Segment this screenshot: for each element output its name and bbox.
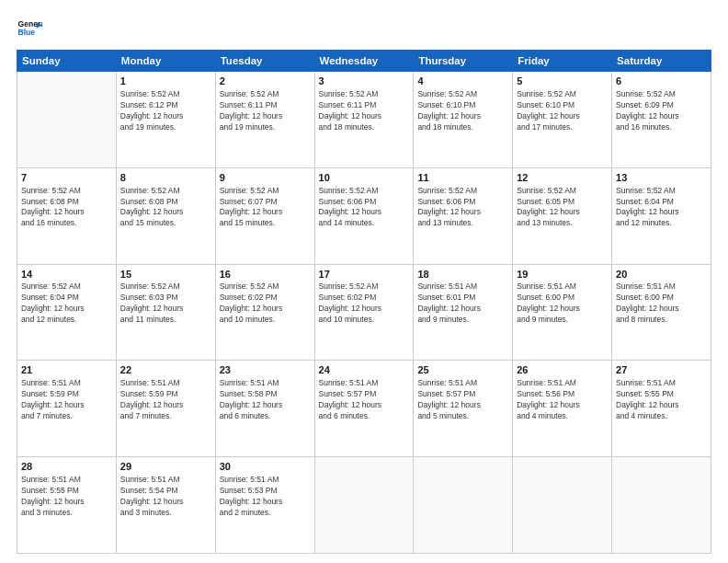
day-info: Sunrise: 5:52 AM Sunset: 6:07 PM Dayligh… (220, 186, 311, 230)
calendar-header-row: SundayMondayTuesdayWednesdayThursdayFrid… (17, 51, 711, 72)
day-info: Sunrise: 5:51 AM Sunset: 5:58 PM Dayligh… (220, 378, 311, 422)
day-number: 14 (21, 268, 112, 282)
day-info: Sunrise: 5:51 AM Sunset: 6:01 PM Dayligh… (417, 282, 508, 326)
day-number: 3 (319, 75, 410, 88)
week-row-5: 28Sunrise: 5:51 AM Sunset: 5:55 PM Dayli… (17, 457, 711, 554)
day-info: Sunrise: 5:52 AM Sunset: 6:08 PM Dayligh… (120, 186, 211, 230)
day-info: Sunrise: 5:52 AM Sunset: 6:08 PM Dayligh… (21, 186, 112, 230)
day-number: 13 (616, 171, 707, 185)
calendar-cell: 11Sunrise: 5:52 AM Sunset: 6:06 PM Dayli… (414, 167, 513, 264)
week-row-4: 21Sunrise: 5:51 AM Sunset: 5:59 PM Dayli… (17, 361, 711, 457)
calendar-cell: 2Sunrise: 5:52 AM Sunset: 6:11 PM Daylig… (215, 72, 314, 168)
calendar-cell: 17Sunrise: 5:52 AM Sunset: 6:02 PM Dayli… (314, 264, 414, 361)
day-info: Sunrise: 5:51 AM Sunset: 5:59 PM Dayligh… (21, 378, 112, 422)
day-info: Sunrise: 5:52 AM Sunset: 6:11 PM Dayligh… (220, 89, 311, 133)
day-number: 11 (417, 171, 508, 185)
calendar-cell (513, 457, 612, 554)
calendar-cell: 22Sunrise: 5:51 AM Sunset: 5:59 PM Dayli… (116, 361, 215, 457)
calendar-cell: 24Sunrise: 5:51 AM Sunset: 5:57 PM Dayli… (314, 361, 414, 457)
day-number: 10 (319, 171, 410, 185)
calendar-cell: 14Sunrise: 5:52 AM Sunset: 6:04 PM Dayli… (17, 264, 117, 361)
day-info: Sunrise: 5:52 AM Sunset: 6:02 PM Dayligh… (319, 282, 410, 326)
calendar-cell: 21Sunrise: 5:51 AM Sunset: 5:59 PM Dayli… (17, 361, 117, 457)
day-number: 24 (319, 363, 410, 377)
day-info: Sunrise: 5:51 AM Sunset: 5:57 PM Dayligh… (319, 378, 410, 422)
week-row-3: 14Sunrise: 5:52 AM Sunset: 6:04 PM Dayli… (17, 264, 711, 361)
calendar-cell: 3Sunrise: 5:52 AM Sunset: 6:11 PM Daylig… (314, 72, 414, 168)
calendar-cell: 10Sunrise: 5:52 AM Sunset: 6:06 PM Dayli… (314, 167, 414, 264)
calendar-cell: 27Sunrise: 5:51 AM Sunset: 5:55 PM Dayli… (612, 361, 711, 457)
calendar-cell: 23Sunrise: 5:51 AM Sunset: 5:58 PM Dayli… (215, 361, 314, 457)
calendar-cell: 19Sunrise: 5:51 AM Sunset: 6:00 PM Dayli… (513, 264, 612, 361)
calendar-header-monday: Monday (116, 51, 215, 72)
calendar-cell: 18Sunrise: 5:51 AM Sunset: 6:01 PM Dayli… (414, 264, 513, 361)
calendar-header-friday: Friday (513, 51, 612, 72)
calendar-cell: 15Sunrise: 5:52 AM Sunset: 6:03 PM Dayli… (116, 264, 215, 361)
day-info: Sunrise: 5:52 AM Sunset: 6:12 PM Dayligh… (120, 89, 211, 133)
day-info: Sunrise: 5:52 AM Sunset: 6:10 PM Dayligh… (517, 89, 608, 133)
day-info: Sunrise: 5:51 AM Sunset: 6:00 PM Dayligh… (517, 282, 608, 326)
day-info: Sunrise: 5:51 AM Sunset: 5:55 PM Dayligh… (616, 378, 707, 422)
calendar-cell: 20Sunrise: 5:51 AM Sunset: 6:00 PM Dayli… (612, 264, 711, 361)
calendar-header-thursday: Thursday (414, 51, 513, 72)
calendar-cell: 8Sunrise: 5:52 AM Sunset: 6:08 PM Daylig… (116, 167, 215, 264)
calendar-cell (314, 457, 414, 554)
calendar-cell: 26Sunrise: 5:51 AM Sunset: 5:56 PM Dayli… (513, 361, 612, 457)
calendar-cell: 25Sunrise: 5:51 AM Sunset: 5:57 PM Dayli… (414, 361, 513, 457)
day-info: Sunrise: 5:51 AM Sunset: 5:53 PM Dayligh… (220, 475, 311, 519)
week-row-2: 7Sunrise: 5:52 AM Sunset: 6:08 PM Daylig… (17, 167, 711, 264)
calendar-cell: 16Sunrise: 5:52 AM Sunset: 6:02 PM Dayli… (215, 264, 314, 361)
day-number: 17 (319, 268, 410, 282)
day-info: Sunrise: 5:52 AM Sunset: 6:03 PM Dayligh… (120, 282, 211, 326)
day-number: 15 (120, 268, 211, 282)
calendar-cell: 29Sunrise: 5:51 AM Sunset: 5:54 PM Dayli… (116, 457, 215, 554)
day-number: 2 (220, 75, 311, 88)
calendar-cell: 1Sunrise: 5:52 AM Sunset: 6:12 PM Daylig… (116, 72, 215, 168)
day-info: Sunrise: 5:52 AM Sunset: 6:11 PM Dayligh… (319, 89, 410, 133)
day-number: 27 (616, 363, 707, 377)
day-number: 12 (517, 171, 608, 185)
day-info: Sunrise: 5:52 AM Sunset: 6:10 PM Dayligh… (417, 89, 508, 133)
day-info: Sunrise: 5:52 AM Sunset: 6:06 PM Dayligh… (319, 186, 410, 230)
day-number: 5 (517, 75, 608, 88)
day-number: 23 (220, 363, 311, 377)
day-info: Sunrise: 5:51 AM Sunset: 5:59 PM Dayligh… (120, 378, 211, 422)
calendar-cell: 13Sunrise: 5:52 AM Sunset: 6:04 PM Dayli… (612, 167, 711, 264)
page: General Blue SundayMondayTuesdayWednesda… (0, 0, 728, 563)
calendar-cell (17, 72, 117, 168)
calendar-cell: 30Sunrise: 5:51 AM Sunset: 5:53 PM Dayli… (215, 457, 314, 554)
calendar-cell: 28Sunrise: 5:51 AM Sunset: 5:55 PM Dayli… (17, 457, 117, 554)
week-row-1: 1Sunrise: 5:52 AM Sunset: 6:12 PM Daylig… (17, 72, 711, 168)
day-number: 22 (120, 363, 211, 377)
calendar-cell: 7Sunrise: 5:52 AM Sunset: 6:08 PM Daylig… (17, 167, 117, 264)
day-info: Sunrise: 5:52 AM Sunset: 6:04 PM Dayligh… (616, 186, 707, 230)
calendar-table: SundayMondayTuesdayWednesdayThursdayFrid… (17, 50, 711, 554)
day-number: 25 (417, 363, 508, 377)
day-number: 29 (120, 460, 211, 474)
day-number: 4 (417, 75, 508, 88)
day-number: 1 (120, 75, 211, 88)
day-number: 28 (21, 460, 112, 474)
day-number: 6 (616, 75, 707, 88)
calendar-cell: 6Sunrise: 5:52 AM Sunset: 6:09 PM Daylig… (612, 72, 711, 168)
calendar-cell: 4Sunrise: 5:52 AM Sunset: 6:10 PM Daylig… (414, 72, 513, 168)
day-info: Sunrise: 5:52 AM Sunset: 6:05 PM Dayligh… (517, 186, 608, 230)
calendar-cell: 5Sunrise: 5:52 AM Sunset: 6:10 PM Daylig… (513, 72, 612, 168)
day-info: Sunrise: 5:51 AM Sunset: 5:56 PM Dayligh… (517, 378, 608, 422)
day-info: Sunrise: 5:52 AM Sunset: 6:02 PM Dayligh… (220, 282, 311, 326)
day-number: 16 (220, 268, 311, 282)
day-info: Sunrise: 5:52 AM Sunset: 6:04 PM Dayligh… (21, 282, 112, 326)
day-info: Sunrise: 5:51 AM Sunset: 5:55 PM Dayligh… (21, 475, 112, 519)
calendar-header-tuesday: Tuesday (215, 51, 314, 72)
svg-text:Blue: Blue (18, 28, 36, 37)
calendar-cell: 9Sunrise: 5:52 AM Sunset: 6:07 PM Daylig… (215, 167, 314, 264)
day-info: Sunrise: 5:51 AM Sunset: 6:00 PM Dayligh… (616, 282, 707, 326)
day-info: Sunrise: 5:52 AM Sunset: 6:06 PM Dayligh… (417, 186, 508, 230)
calendar-cell (414, 457, 513, 554)
day-number: 19 (517, 268, 608, 282)
day-number: 26 (517, 363, 608, 377)
day-info: Sunrise: 5:51 AM Sunset: 5:54 PM Dayligh… (120, 475, 211, 519)
day-number: 20 (616, 268, 707, 282)
day-number: 8 (120, 171, 211, 185)
calendar-header-saturday: Saturday (612, 51, 711, 72)
